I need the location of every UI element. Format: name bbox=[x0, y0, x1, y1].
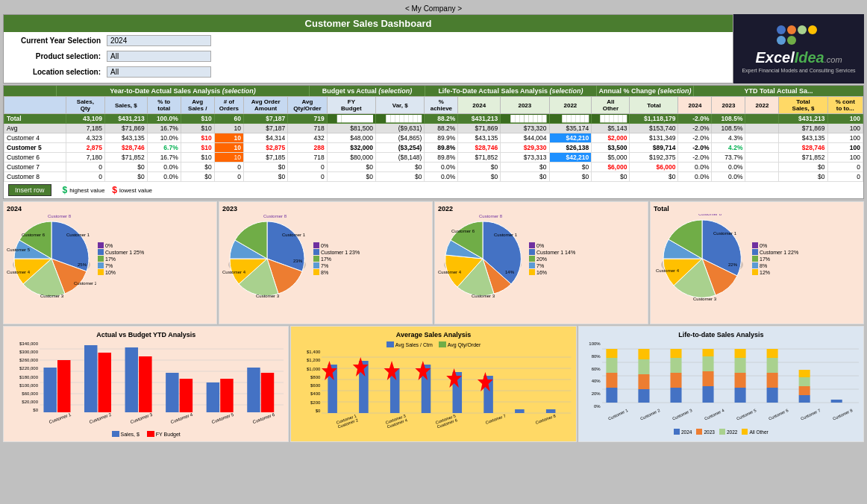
actual-budget-bars bbox=[40, 341, 284, 416]
col-ytd-pct: % tototal bbox=[147, 97, 181, 114]
table-row-customer4: Customer 4 4,323 $43,135 10.0% $10 10 $4… bbox=[4, 133, 863, 143]
svg-rect-35 bbox=[57, 360, 70, 412]
svg-rect-83 bbox=[702, 386, 713, 403]
col-ltd-2023: 2023 bbox=[501, 97, 549, 114]
legend-highest: $ highest value bbox=[63, 185, 105, 195]
location-input[interactable] bbox=[107, 66, 211, 78]
svg-text:Customer 4: Customer 4 bbox=[438, 270, 462, 274]
pie-svg-2024: Customer 1 25% Customer 2 Customer 3 Cus… bbox=[7, 214, 96, 303]
svg-text:Customer 5: Customer 5 bbox=[7, 248, 31, 252]
dashboard-header: Customer Sales Dashboard bbox=[4, 15, 733, 32]
svg-rect-92 bbox=[766, 373, 777, 388]
col-avg-qty: AvgQty/Order bbox=[288, 97, 327, 114]
svg-rect-82 bbox=[670, 349, 681, 358]
table-row-avg: Avg 7,185 $71,869 16.7% $10 10 $7,187 71… bbox=[4, 124, 863, 133]
logo-com: .com bbox=[824, 55, 842, 64]
svg-rect-87 bbox=[734, 388, 745, 403]
logo-excel: Excel bbox=[755, 49, 794, 66]
svg-rect-75 bbox=[638, 389, 649, 403]
pie-charts-row: 2024 Customer 1 25% Customer 2 Cus bbox=[3, 201, 864, 324]
product-label: Product selection: bbox=[10, 52, 107, 60]
svg-rect-80 bbox=[670, 373, 681, 388]
col-name bbox=[4, 97, 66, 114]
svg-rect-58 bbox=[515, 409, 525, 413]
table-row-customer5: Customer 5 2,875 $28,746 6.7% $10 10 $2,… bbox=[4, 143, 863, 153]
svg-rect-97 bbox=[798, 377, 810, 386]
legend-area: $ highest value $ lowest value bbox=[63, 185, 153, 195]
table-row-customer6: Customer 6 7,180 $71,852 16.7% $10 10 $7… bbox=[4, 153, 863, 163]
data-table-section: Year-to-Date Actual Sales Analysis (sele… bbox=[3, 85, 864, 199]
svg-rect-78 bbox=[638, 349, 649, 359]
year-label: Current Year Selection bbox=[10, 37, 107, 45]
pie-chart-2024: 2024 Customer 1 25% Customer 2 Cus bbox=[3, 201, 217, 324]
svg-rect-34 bbox=[43, 368, 56, 412]
table-row-total: Total 43,109 $431,213 100.0% $10 60 $7,1… bbox=[4, 114, 863, 124]
svg-text:Customer 6: Customer 6 bbox=[451, 229, 475, 233]
svg-rect-37 bbox=[98, 353, 111, 412]
svg-rect-99 bbox=[830, 400, 842, 403]
ytd-total-section-header: YTD Total Actual Sa... bbox=[694, 86, 863, 96]
pie-title-2022: 2022 bbox=[438, 205, 645, 212]
col-pct-total: % contto to... bbox=[827, 97, 863, 114]
product-control-row: Product selection: bbox=[10, 51, 727, 62]
svg-text:Customer 3: Customer 3 bbox=[693, 297, 717, 301]
col-ann-2023: 2023 bbox=[712, 97, 745, 114]
svg-rect-88 bbox=[734, 373, 745, 388]
svg-text:Customer 8: Customer 8 bbox=[48, 214, 72, 218]
location-control-row: Location selection: bbox=[10, 66, 727, 78]
svg-rect-76 bbox=[638, 374, 649, 389]
svg-rect-81 bbox=[670, 358, 681, 373]
svg-text:25%: 25% bbox=[78, 262, 87, 267]
product-input[interactable] bbox=[107, 51, 211, 62]
svg-text:Customer 6: Customer 6 bbox=[22, 233, 46, 237]
svg-rect-93 bbox=[766, 358, 777, 373]
svg-rect-85 bbox=[702, 356, 713, 371]
col-ltd-2022: 2022 bbox=[549, 97, 592, 114]
svg-rect-36 bbox=[84, 345, 97, 412]
col-avg-order: Avg OrderAmount bbox=[244, 97, 288, 114]
svg-text:Customer 3: Customer 3 bbox=[256, 294, 280, 298]
svg-rect-74 bbox=[606, 349, 617, 358]
svg-rect-94 bbox=[766, 349, 777, 358]
svg-rect-73 bbox=[606, 358, 617, 373]
pie-chart-2022: 2022 Customer 1 14% Customer 3 Customer … bbox=[434, 201, 648, 324]
pie-svg-2023: Customer 1 23% Customer 3 Customer 4 Cus… bbox=[222, 214, 312, 303]
table-row-customer7: Customer 7 0 $0 0.0% $0 0 $0 0 $0 $0 0.0… bbox=[4, 163, 863, 172]
company-title-bar: < My Company > bbox=[3, 3, 864, 14]
col-ltd-2024: 2024 bbox=[458, 97, 501, 114]
svg-text:Customer 3: Customer 3 bbox=[472, 294, 495, 298]
col-ann-2022: 2022 bbox=[745, 97, 779, 114]
svg-text:Customer 2: Customer 2 bbox=[74, 281, 96, 286]
pie-title-2024: 2024 bbox=[7, 205, 213, 212]
ytd-section-header: Year-to-Date Actual Sales Analysis (sele… bbox=[56, 86, 310, 96]
budget-section-header: Budget vs Actual (selection) bbox=[310, 86, 425, 96]
ltd-section-header: Life-To-Date Actual Sales Analysis (sele… bbox=[425, 86, 597, 96]
logo-tagline: Expert Financial Models and Consulting S… bbox=[742, 68, 855, 73]
svg-text:Customer 4: Customer 4 bbox=[7, 270, 31, 274]
location-label: Location selection: bbox=[10, 68, 107, 76]
svg-rect-39 bbox=[139, 356, 151, 412]
avg-sales-chart: Average Sales Analysis Avg Sales / Ctm A… bbox=[290, 326, 576, 442]
svg-text:Customer 8: Customer 8 bbox=[479, 214, 503, 218]
pie-svg-2022: Customer 1 14% Customer 3 Customer 4 Cus… bbox=[438, 214, 528, 303]
actual-vs-budget-chart: Actual vs Budget YTD Analysis $340,000 $… bbox=[3, 326, 289, 442]
year-input[interactable] bbox=[107, 35, 211, 46]
col-orders: # ofOrders bbox=[214, 97, 243, 114]
legend-lowest: $ lowest value bbox=[112, 185, 152, 195]
col-ltd-other: AllOther bbox=[592, 97, 630, 114]
insert-row-button[interactable]: Insert row bbox=[8, 184, 51, 196]
actual-budget-title: Actual vs Budget YTD Analysis bbox=[8, 331, 284, 338]
svg-rect-98 bbox=[798, 370, 810, 377]
svg-text:Customer 4: Customer 4 bbox=[222, 270, 246, 274]
svg-text:Customer 1: Customer 1 bbox=[713, 231, 737, 236]
avg-sales-title: Average Sales Analysis bbox=[295, 331, 571, 338]
annual-section-header: Annual % Change (selection) bbox=[597, 86, 694, 96]
svg-rect-90 bbox=[734, 349, 745, 358]
svg-rect-96 bbox=[798, 386, 810, 395]
svg-rect-91 bbox=[766, 388, 777, 403]
svg-text:22%: 22% bbox=[728, 262, 738, 267]
svg-rect-42 bbox=[207, 382, 219, 412]
ltd-stacked-svg bbox=[602, 341, 859, 412]
avg-sales-svg bbox=[322, 350, 571, 417]
col-total-sales: TotalSales, $ bbox=[779, 97, 827, 114]
